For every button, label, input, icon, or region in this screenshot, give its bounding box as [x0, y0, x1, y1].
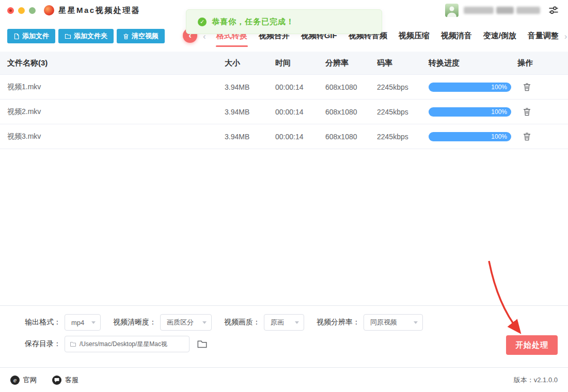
cell-filename: 视频2.mkv	[7, 107, 225, 117]
chevron-down-icon	[91, 321, 96, 324]
cell-bitrate: 2245kbps	[377, 83, 429, 91]
cell-bitrate: 2245kbps	[377, 108, 429, 116]
start-processing-button[interactable]: 开始处理	[506, 335, 558, 355]
tab-video-mute[interactable]: 视频消音	[440, 27, 472, 47]
cell-bitrate: 2245kbps	[377, 133, 429, 141]
col-time: 时间	[275, 58, 325, 68]
progress-bar: 100%	[429, 83, 511, 92]
success-toast: ✓ 恭喜你，任务已完成！	[186, 9, 382, 34]
official-site-link[interactable]: e 官网	[10, 375, 37, 385]
globe-icon: e	[10, 375, 20, 385]
support-label: 客服	[65, 375, 78, 385]
trash-icon	[523, 83, 531, 91]
chevron-down-icon	[295, 321, 299, 324]
add-file-label: 添加文件	[22, 31, 49, 41]
tabs-scroll-right-icon[interactable]: ›	[564, 31, 567, 42]
save-dir-row: 保存目录： /Users/mac/Desktop/星星Mac视	[25, 336, 209, 352]
quality-label: 视频画质：	[224, 318, 260, 327]
tab-speed-reverse[interactable]: 变速/倒放	[483, 27, 517, 47]
clear-videos-label: 清空视频	[132, 31, 159, 41]
col-action: 操作	[517, 58, 561, 68]
table-row: 视频2.mkv 3.94MB 00:00:14 608x1080 2245kbp…	[0, 100, 568, 124]
trash-icon	[523, 107, 531, 116]
avatar[interactable]	[445, 4, 459, 17]
cell-time: 00:00:14	[275, 133, 325, 141]
app-title: 星星Mac视频处理器	[58, 6, 140, 15]
table-row: 视频1.mkv 3.94MB 00:00:14 608x1080 2245kbp…	[0, 75, 568, 100]
cell-resolution: 608x1080	[325, 83, 377, 91]
save-dir-value: /Users/mac/Desktop/星星Mac视	[80, 340, 167, 349]
file-toolbar: 添加文件 添加文件夹 清空视频	[7, 29, 165, 43]
col-size: 大小	[225, 58, 275, 68]
output-format-select[interactable]: mp4	[65, 314, 101, 331]
footer: e 官网 客服 版本：v2.1.0.0	[0, 367, 568, 392]
output-format-value: mp4	[71, 319, 84, 326]
official-site-label: 官网	[23, 375, 37, 385]
progress-bar: 100%	[429, 132, 511, 141]
settings-panel: 输出格式： mp4 视频清晰度： 画质区分 视频画质： 原画 视频分辨率： 同原…	[0, 305, 568, 367]
app-icon	[44, 5, 54, 15]
folder-open-icon	[197, 339, 208, 349]
resolution-group: 视频分辨率： 同原视频	[317, 314, 423, 331]
minimize-window-button[interactable]	[18, 7, 25, 14]
success-check-icon: ✓	[198, 18, 207, 26]
cell-resolution: 608x1080	[325, 108, 377, 116]
clarity-label: 视频清晰度：	[113, 318, 156, 327]
trash-icon	[123, 33, 129, 40]
quality-group: 视频画质： 原画	[224, 314, 304, 331]
save-dir-label: 保存目录：	[25, 339, 61, 349]
resolution-select[interactable]: 同原视频	[364, 314, 423, 331]
window-controls	[7, 7, 36, 14]
clarity-group: 视频清晰度： 画质区分	[113, 314, 212, 331]
resolution-label: 视频分辨率：	[317, 318, 360, 327]
cell-size: 3.94MB	[225, 83, 275, 91]
add-folder-label: 添加文件夹	[74, 31, 107, 41]
toast-message: 恭喜你，任务已完成！	[212, 17, 294, 27]
progress-label: 100%	[491, 83, 507, 92]
delete-row-button[interactable]	[522, 131, 561, 142]
tab-video-compress[interactable]: 视频压缩	[398, 27, 430, 47]
chevron-down-icon	[414, 321, 418, 324]
cell-filename: 视频1.mkv	[7, 83, 225, 92]
add-folder-button[interactable]: 添加文件夹	[58, 29, 114, 43]
clarity-value: 画质区分	[167, 318, 194, 327]
resolution-value: 同原视频	[370, 318, 397, 327]
zoom-window-button[interactable]	[29, 7, 36, 14]
tab-volume-adjust[interactable]: 音量调整	[527, 27, 559, 47]
delete-row-button[interactable]	[522, 81, 561, 92]
username-redacted	[464, 7, 540, 14]
cell-time: 00:00:14	[275, 83, 325, 91]
delete-row-button[interactable]	[522, 106, 561, 117]
add-file-button[interactable]: 添加文件	[7, 29, 55, 43]
cell-size: 3.94MB	[225, 108, 275, 116]
version-label: 版本：v2.1.0.0	[514, 375, 558, 385]
col-bitrate: 码率	[377, 58, 429, 68]
progress-bar: 100%	[429, 107, 511, 117]
chat-icon	[52, 375, 61, 385]
output-format-group: 输出格式： mp4	[25, 314, 101, 331]
avatar-person-icon	[445, 4, 459, 17]
clear-videos-button[interactable]: 清空视频	[117, 29, 165, 43]
trash-icon	[523, 132, 531, 141]
close-window-button[interactable]	[7, 7, 14, 14]
table-header-row: 文件名称(3) 大小 时间 分辨率 码率 转换进度 操作	[0, 52, 568, 75]
quality-select[interactable]: 原画	[264, 314, 304, 331]
cell-resolution: 608x1080	[325, 133, 377, 141]
quality-value: 原画	[271, 318, 284, 327]
col-resolution: 分辨率	[325, 58, 377, 68]
col-progress: 转换进度	[429, 58, 517, 68]
customer-support-link[interactable]: 客服	[52, 375, 78, 385]
output-format-label: 输出格式：	[25, 318, 61, 327]
browse-folder-button[interactable]	[196, 338, 209, 350]
progress-label: 100%	[491, 132, 507, 141]
clarity-select[interactable]: 画质区分	[160, 314, 212, 331]
chevron-down-icon	[202, 321, 207, 324]
cell-size: 3.94MB	[225, 133, 275, 141]
settings-sliders-icon[interactable]	[548, 5, 559, 15]
document-icon	[13, 33, 20, 40]
progress-label: 100%	[491, 107, 507, 117]
col-filename: 文件名称(3)	[7, 58, 225, 68]
cell-time: 00:00:14	[275, 108, 325, 116]
save-dir-input[interactable]: /Users/mac/Desktop/星星Mac视	[65, 336, 190, 352]
file-table: 文件名称(3) 大小 时间 分辨率 码率 转换进度 操作 视频1.mkv 3.9…	[0, 52, 568, 149]
